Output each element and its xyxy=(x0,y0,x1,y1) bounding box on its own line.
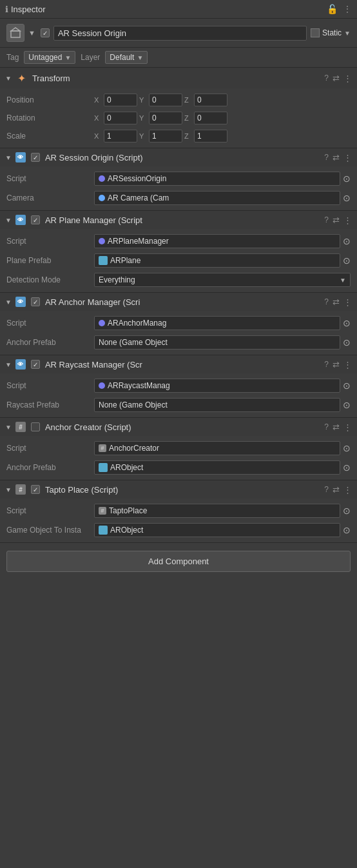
anchor-creator-header[interactable]: ▼ # Anchor Creator (Script) ? ⇄ ⋮ xyxy=(0,418,357,436)
pos-z-input[interactable] xyxy=(194,94,227,106)
anchor-creator-checkbox[interactable] xyxy=(31,422,40,431)
ar-anchor-manager-header[interactable]: ▼ 👁 ✓ AR Anchor Manager (Scri ? ⇄ ⋮ xyxy=(0,293,357,311)
ar-anchor-manager-info-icon[interactable]: ? xyxy=(324,297,329,306)
add-component-button[interactable]: Add Component xyxy=(6,551,351,572)
ar-raycast-manager-more-icon[interactable]: ⋮ xyxy=(343,360,352,370)
anchor-creator-section: ▼ # Anchor Creator (Script) ? ⇄ ⋮ Script… xyxy=(0,418,357,480)
svg-rect-0 xyxy=(11,31,20,37)
tapto-place-more-icon[interactable]: ⋮ xyxy=(343,485,352,495)
ar-anchor-manager-section: ▼ 👁 ✓ AR Anchor Manager (Scri ? ⇄ ⋮ Scri… xyxy=(0,293,357,355)
tapto-place-gameobj-target[interactable]: ⊙ xyxy=(343,525,351,535)
pos-y-input[interactable] xyxy=(149,94,182,106)
transform-section-header[interactable]: ▼ ✦ Transform ? ⇄ ⋮ xyxy=(0,68,357,88)
transform-title: Transform xyxy=(32,74,320,83)
ar-plane-manager-tune-icon[interactable]: ⇄ xyxy=(333,215,340,225)
detection-mode-label: Detection Mode xyxy=(6,275,90,284)
tapto-place-gameobj-ref[interactable]: ARObject xyxy=(94,523,340,537)
tapto-place-script-target[interactable]: ⊙ xyxy=(343,506,351,516)
tapto-place-cube-icon xyxy=(99,526,108,535)
header-more-icon[interactable]: ⋮ xyxy=(343,4,352,14)
anchor-prefab-row: Anchor Prefab None (Game Object ⊙ xyxy=(0,333,357,352)
scale-x-input[interactable] xyxy=(104,130,137,143)
tapto-place-info-icon[interactable]: ? xyxy=(324,485,329,494)
tag-layer-row: Tag Untagged ▼ Layer Default ▼ xyxy=(0,48,357,68)
anchor-creator-prefab-target[interactable]: ⊙ xyxy=(343,462,351,473)
transform-tune-icon[interactable]: ⇄ xyxy=(333,74,340,83)
object-name-input[interactable] xyxy=(53,26,307,41)
ar-session-origin-camera-ref[interactable]: AR Camera (Cam xyxy=(94,191,340,205)
anchor-prefab-target[interactable]: ⊙ xyxy=(343,337,351,348)
ar-session-origin-script-target[interactable]: ⊙ xyxy=(343,173,351,184)
anchor-creator-info-icon[interactable]: ? xyxy=(324,422,329,431)
pos-x-input[interactable] xyxy=(104,94,137,106)
ar-anchor-manager-script-icon: 👁 xyxy=(15,297,26,307)
tapto-place-script-ref[interactable]: # TaptoPlace xyxy=(94,504,340,518)
tag-dropdown[interactable]: Untagged ▼ xyxy=(24,51,75,64)
rot-z-input[interactable] xyxy=(194,112,227,124)
ar-raycast-manager-checkbox[interactable]: ✓ xyxy=(31,360,40,369)
ar-plane-manager-script-ref[interactable]: ARPlaneManager xyxy=(94,234,340,248)
anchor-prefab-ref[interactable]: None (Game Object xyxy=(94,335,340,350)
transform-more-icon[interactable]: ⋮ xyxy=(343,74,352,83)
ar-raycast-manager-script-ref[interactable]: ARRaycastManag xyxy=(94,379,340,393)
ar-raycast-manager-tune-icon[interactable]: ⇄ xyxy=(333,360,340,370)
ar-session-origin-checkbox[interactable]: ✓ xyxy=(31,153,40,162)
anchor-creator-script-ref[interactable]: # AnchorCreator xyxy=(94,441,340,455)
plane-prefab-target[interactable]: ⊙ xyxy=(343,255,351,266)
anchor-creator-more-icon[interactable]: ⋮ xyxy=(343,422,352,432)
ar-session-origin-tune-icon[interactable]: ⇄ xyxy=(333,153,340,163)
raycast-prefab-target[interactable]: ⊙ xyxy=(343,400,351,410)
anchor-script-dot xyxy=(99,320,105,326)
ar-anchor-manager-checkbox[interactable]: ✓ xyxy=(31,297,40,306)
rot-x-input[interactable] xyxy=(104,112,137,124)
detection-mode-dropdown[interactable]: Everything ▼ xyxy=(94,273,351,287)
ar-session-origin-info-icon[interactable]: ? xyxy=(324,153,329,162)
ar-session-origin-script-ref[interactable]: ARSessionOrigin xyxy=(94,172,340,186)
lock-icon[interactable]: 🔓 xyxy=(327,4,338,14)
anchor-creator-prefab-ref[interactable]: ARObject xyxy=(94,460,340,475)
tapto-place-tune-icon[interactable]: ⇄ xyxy=(333,485,340,495)
ar-plane-manager-info-icon[interactable]: ? xyxy=(324,215,329,224)
tapto-place-header[interactable]: ▼ # ✓ Tapto Place (Script) ? ⇄ ⋮ xyxy=(0,480,357,498)
rotation-label: Rotation xyxy=(6,113,90,123)
svg-marker-1 xyxy=(11,28,20,31)
ar-raycast-manager-info-icon[interactable]: ? xyxy=(324,360,329,369)
ar-session-origin-camera-target[interactable]: ⊙ xyxy=(343,193,351,203)
plane-prefab-ref[interactable]: ARPlane xyxy=(94,253,340,268)
anchor-prefab-value: None (Game Object xyxy=(99,338,168,347)
scale-z-input[interactable] xyxy=(194,130,227,143)
ar-session-origin-header[interactable]: ▼ 👁 ✓ AR Session Origin (Script) ? ⇄ ⋮ xyxy=(0,148,357,166)
script-ref-dot xyxy=(99,175,105,182)
ar-anchor-manager-tune-icon[interactable]: ⇄ xyxy=(333,297,340,307)
tapto-place-gameobj-value: ARObject xyxy=(110,526,143,535)
tapto-place-script-value: TaptoPlace xyxy=(109,506,147,515)
ar-plane-manager-checkbox[interactable]: ✓ xyxy=(31,215,40,224)
active-checkbox[interactable]: ✓ xyxy=(41,28,50,37)
static-dropdown-arrow[interactable]: ▼ xyxy=(344,30,351,37)
scale-x-label: X xyxy=(94,132,102,140)
tapto-place-checkbox[interactable]: ✓ xyxy=(31,485,40,494)
ar-anchor-manager-more-icon[interactable]: ⋮ xyxy=(343,297,352,307)
anchor-creator-script-target[interactable]: ⊙ xyxy=(343,443,351,453)
ar-raycast-manager-script-target[interactable]: ⊙ xyxy=(343,380,351,391)
static-checkbox[interactable] xyxy=(311,28,320,37)
transform-section: ▼ ✦ Transform ? ⇄ ⋮ Position X Y Z Rotat… xyxy=(0,68,357,148)
rot-y-input[interactable] xyxy=(149,112,182,124)
scale-y-input[interactable] xyxy=(149,130,182,143)
ar-anchor-manager-script-ref[interactable]: ARAnchorManag xyxy=(94,316,340,330)
raycast-prefab-ref[interactable]: None (Game Object xyxy=(94,398,340,412)
ar-raycast-manager-header[interactable]: ▼ 👁 ✓ AR Raycast Manager (Scr ? ⇄ ⋮ xyxy=(0,355,357,373)
ar-plane-manager-script-target[interactable]: ⊙ xyxy=(343,236,351,246)
position-row: Position X Y Z xyxy=(0,91,357,109)
ar-plane-manager-script-row: Script ARPlaneManager ⊙ xyxy=(0,232,357,251)
ar-session-origin-more-icon[interactable]: ⋮ xyxy=(343,153,352,163)
raycast-prefab-value: None (Game Object xyxy=(99,400,168,409)
transform-info-icon[interactable]: ? xyxy=(324,74,329,83)
ar-plane-manager-header[interactable]: ▼ 👁 ✓ AR Plane Manager (Script ? ⇄ ⋮ xyxy=(0,211,357,229)
camera-ref-dot xyxy=(99,195,105,201)
ar-anchor-manager-script-target[interactable]: ⊙ xyxy=(343,318,351,328)
layer-dropdown[interactable]: Default ▼ xyxy=(105,51,148,64)
anchor-creator-tune-icon[interactable]: ⇄ xyxy=(333,422,340,432)
tapto-place-script-icon: # xyxy=(15,484,26,495)
ar-plane-manager-more-icon[interactable]: ⋮ xyxy=(343,215,352,225)
